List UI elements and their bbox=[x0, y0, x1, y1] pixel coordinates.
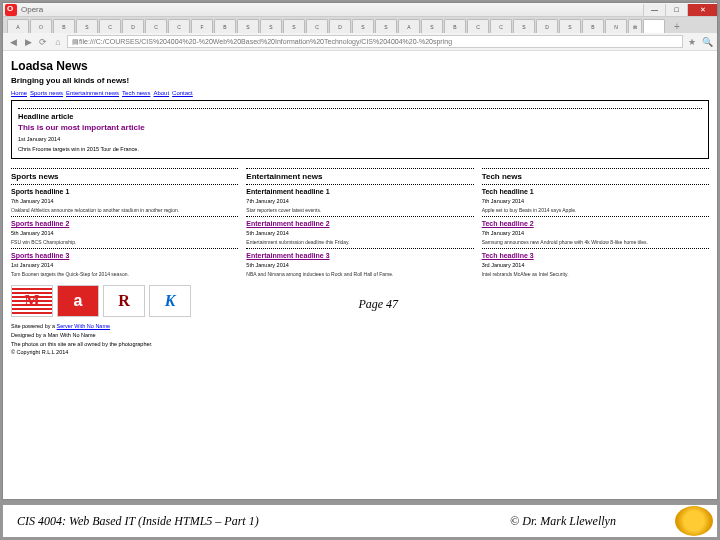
tab[interactable]: D bbox=[536, 19, 558, 33]
tab[interactable]: A bbox=[398, 19, 420, 33]
tab[interactable]: C bbox=[490, 19, 512, 33]
slide-page: Page 47 bbox=[305, 297, 451, 540]
news-body: Intel rebrands McAfee as Intel Security. bbox=[482, 271, 709, 277]
footer-thumb: M bbox=[11, 285, 53, 317]
headline-label: Headline article bbox=[18, 112, 702, 121]
close-tab-icon[interactable]: ⊠ bbox=[628, 19, 642, 33]
news-headline[interactable]: Entertainment headline 2 bbox=[246, 220, 473, 227]
file-icon: ▤ bbox=[72, 38, 79, 46]
nav-link[interactable]: Entertainment news bbox=[66, 90, 119, 96]
news-headline[interactable]: Entertainment headline 3 bbox=[246, 252, 473, 259]
nav-link[interactable]: Contact bbox=[172, 90, 193, 96]
tab[interactable]: C bbox=[168, 19, 190, 33]
column-title: Tech news bbox=[482, 172, 709, 181]
news-body: Star reporters cover latest events. bbox=[246, 207, 473, 213]
news-column: Sports newsSports headline 17th January … bbox=[11, 165, 238, 279]
tab[interactable]: B bbox=[214, 19, 236, 33]
news-headline[interactable]: Sports headline 3 bbox=[11, 252, 238, 259]
headline-body: Chris Froome targets win in 2015 Tour de… bbox=[18, 146, 702, 152]
column-title: Sports news bbox=[11, 172, 238, 181]
titlebar: Opera — □ ✕ bbox=[3, 3, 717, 17]
news-headline[interactable]: Tech headline 3 bbox=[482, 252, 709, 259]
news-body: Tom Boonen targets the Quick-Step for 20… bbox=[11, 271, 238, 277]
tab[interactable]: S bbox=[237, 19, 259, 33]
tab[interactable]: B bbox=[582, 19, 604, 33]
tab[interactable]: S bbox=[421, 19, 443, 33]
news-date: 5th January 2014 bbox=[246, 230, 473, 236]
tab[interactable]: D bbox=[329, 19, 351, 33]
news-date: 7th January 2014 bbox=[246, 198, 473, 204]
nav-link[interactable]: Home bbox=[11, 90, 27, 96]
tab[interactable]: D bbox=[122, 19, 144, 33]
column-title: Entertainment news bbox=[246, 172, 473, 181]
news-date: 1st January 2014 bbox=[11, 262, 238, 268]
headline-date: 1st January 2014 bbox=[18, 136, 702, 142]
tab[interactable]: C bbox=[99, 19, 121, 33]
tab[interactable]: S bbox=[76, 19, 98, 33]
tab[interactable]: O bbox=[30, 19, 52, 33]
tab[interactable]: N bbox=[605, 19, 627, 33]
news-date: 5th January 2014 bbox=[11, 230, 238, 236]
news-headline: Entertainment headline 1 bbox=[246, 188, 473, 195]
news-headline[interactable]: Tech headline 2 bbox=[482, 220, 709, 227]
tab[interactable]: S bbox=[260, 19, 282, 33]
slide-author: © Dr. Mark Llewellyn bbox=[451, 514, 675, 529]
tab[interactable]: S bbox=[375, 19, 397, 33]
window-title: Opera bbox=[19, 5, 43, 14]
close-button[interactable]: ✕ bbox=[687, 4, 717, 16]
headline-title: This is our most important article bbox=[18, 123, 702, 132]
headline-box: Headline article This is our most import… bbox=[11, 100, 709, 159]
news-body: Apple set to buy Beats in 2014 says Appl… bbox=[482, 207, 709, 213]
tab[interactable]: B bbox=[444, 19, 466, 33]
tab[interactable]: F bbox=[191, 19, 213, 33]
tab[interactable]: C bbox=[145, 19, 167, 33]
opera-logo-icon bbox=[5, 4, 17, 16]
news-body: Samsung announces new Android phone with… bbox=[482, 239, 709, 245]
news-date: 7th January 2014 bbox=[482, 198, 709, 204]
back-button[interactable]: ◀ bbox=[7, 36, 19, 48]
footer-link[interactable]: Server With No Name bbox=[57, 323, 111, 329]
news-headline: Sports headline 1 bbox=[11, 188, 238, 195]
news-body: NBA and Nirvana among inductees to Rock … bbox=[246, 271, 473, 277]
news-column: Tech newsTech headline 17th January 2014… bbox=[482, 165, 709, 279]
footer-thumb: R bbox=[103, 285, 145, 317]
tab[interactable]: B bbox=[53, 19, 75, 33]
tab[interactable]: C bbox=[306, 19, 328, 33]
news-date: 5th January 2014 bbox=[246, 262, 473, 268]
site-nav: HomeSports newsEntertainment newsTech ne… bbox=[11, 90, 709, 96]
slide-footer: CIS 4004: Web Based IT (Inside HTML5 – P… bbox=[2, 504, 718, 538]
url-text: file:///C:/COURSES/CIS%204004%20-%20Web%… bbox=[79, 38, 452, 45]
bookmark-button[interactable]: ★ bbox=[686, 36, 698, 48]
site-title: Loadsa News bbox=[11, 59, 709, 73]
nav-link[interactable]: About bbox=[153, 90, 169, 96]
site-subtitle: Bringing you all kinds of news! bbox=[11, 76, 709, 85]
url-input[interactable]: ▤ file:///C:/COURSES/CIS%204004%20-%20We… bbox=[67, 35, 683, 48]
news-body: FSU win BCS Championship. bbox=[11, 239, 238, 245]
new-tab-button[interactable]: + bbox=[666, 19, 688, 33]
tab[interactable]: S bbox=[513, 19, 535, 33]
search-button[interactable]: 🔍 bbox=[701, 36, 713, 48]
home-button[interactable]: ⌂ bbox=[52, 36, 64, 48]
tab[interactable]: A bbox=[7, 19, 29, 33]
minimize-button[interactable]: — bbox=[643, 4, 665, 16]
news-body: Entertainment submission deadline this F… bbox=[246, 239, 473, 245]
footer-thumb: K bbox=[149, 285, 191, 317]
tab[interactable]: S bbox=[283, 19, 305, 33]
tab-active[interactable] bbox=[643, 19, 665, 33]
tab[interactable]: S bbox=[559, 19, 581, 33]
nav-link[interactable]: Tech news bbox=[122, 90, 150, 96]
slide-course: CIS 4004: Web Based IT (Inside HTML5 – P… bbox=[3, 514, 305, 529]
reload-button[interactable]: ⟳ bbox=[37, 36, 49, 48]
news-headline: Tech headline 1 bbox=[482, 188, 709, 195]
news-column: Entertainment newsEntertainment headline… bbox=[246, 165, 473, 279]
forward-button[interactable]: ▶ bbox=[22, 36, 34, 48]
news-body: Oakland Athletics announce relocation to… bbox=[11, 207, 238, 213]
news-headline[interactable]: Sports headline 2 bbox=[11, 220, 238, 227]
maximize-button[interactable]: □ bbox=[665, 4, 687, 16]
news-date: 3rd January 2014 bbox=[482, 262, 709, 268]
address-bar: ◀ ▶ ⟳ ⌂ ▤ file:///C:/COURSES/CIS%204004%… bbox=[3, 33, 717, 51]
tab[interactable]: S bbox=[352, 19, 374, 33]
tab-strip: AOBSCDCCFBSSSCDSSASBCCSDSBN⊠+ bbox=[3, 17, 717, 33]
tab[interactable]: C bbox=[467, 19, 489, 33]
nav-link[interactable]: Sports news bbox=[30, 90, 63, 96]
